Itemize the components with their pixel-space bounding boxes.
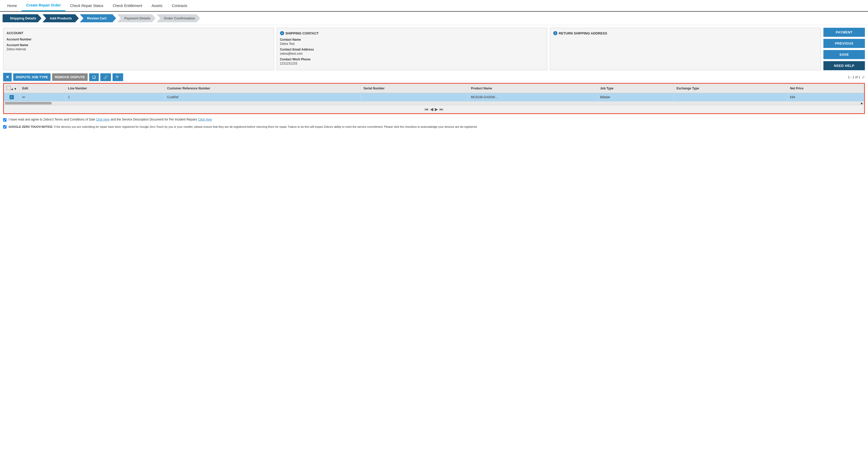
return-shipping-card: i RETURN SHIPPING ADDRESS bbox=[550, 28, 821, 70]
horizontal-scrollbar[interactable]: ▶ bbox=[4, 101, 864, 105]
row-product-name: MC9190-GA0SW... bbox=[468, 93, 597, 102]
shipping-contact-card: i SHIPPING CONTACT Contact Name Zebra Te… bbox=[277, 28, 548, 70]
steps-bar: Shipping Details Add Products Review Car… bbox=[0, 12, 868, 25]
nav-check-repair-status[interactable]: Check Repair Status bbox=[65, 1, 108, 11]
row-edit-cell[interactable]: ✏ bbox=[20, 93, 65, 102]
contact-name-label: Contact Name bbox=[280, 38, 544, 41]
contact-phone-value: 1231231233 bbox=[280, 62, 544, 65]
step-payment-details[interactable]: Payment Details bbox=[117, 14, 156, 22]
google-notice-text: GOOGLE ZERO TOUCH NOTICE: If the devices… bbox=[8, 125, 477, 129]
contact-name-value: Zebra Test bbox=[280, 42, 544, 45]
info-icon-return: i bbox=[553, 31, 557, 35]
col-checkbox: ▲▼ bbox=[4, 84, 20, 93]
remove-dispute-button[interactable]: REMOVE DISPUTE bbox=[52, 73, 87, 81]
row-serial-number bbox=[361, 93, 468, 102]
col-line-number: Line Number bbox=[65, 84, 164, 93]
col-exchange-type: Exchange Type bbox=[674, 84, 787, 93]
shipping-contact-title: i SHIPPING CONTACT bbox=[280, 31, 544, 35]
first-page-button[interactable]: ⏮ bbox=[425, 107, 429, 112]
contact-phone-label: Contact Work Phone bbox=[280, 58, 544, 61]
info-icon: i bbox=[280, 31, 284, 35]
close-button[interactable]: ✕ bbox=[3, 73, 12, 81]
step-add-products[interactable]: Add Products bbox=[42, 14, 79, 22]
step-order-confirmation[interactable]: Order Confirmation bbox=[157, 14, 200, 22]
table-row: ✓ ✏ 1 CustRef MC9190-GA0SW... Billable €… bbox=[4, 93, 864, 102]
save-button[interactable]: SAVE bbox=[824, 50, 865, 59]
col-customer-ref: Customer Reference Number bbox=[164, 84, 361, 93]
info-cards-row: ACCOUNT Account Number Account Name Zebr… bbox=[3, 28, 865, 70]
terms-link-2[interactable]: Click here bbox=[198, 118, 212, 121]
terms-row-1: I have read and agree to Zebra's Terms a… bbox=[3, 118, 865, 122]
prev-page-button[interactable]: ◀ bbox=[430, 107, 433, 112]
table-header-row: ▲▼ Edit Line Number Customer Reference N… bbox=[4, 84, 864, 93]
expand-icon[interactable]: ⤢ bbox=[862, 75, 865, 79]
account-name-value: Zebra Internal bbox=[6, 47, 271, 51]
terms-text-1: I have read and agree to Zebra's Terms a… bbox=[8, 118, 212, 121]
col-job-type: Job Type bbox=[597, 84, 674, 93]
dispute-job-type-button[interactable]: DISPUTE JOB TYPE bbox=[13, 73, 51, 81]
attach-icon: 🔗 bbox=[103, 75, 108, 79]
terms-checkbox-1[interactable] bbox=[3, 118, 6, 122]
need-help-button[interactable]: NEED HELP bbox=[824, 61, 865, 70]
nav-assets[interactable]: Assets bbox=[147, 1, 167, 11]
contact-email-value: zebra@test.com bbox=[280, 52, 544, 56]
pagination-text: 1 - 1 of 1 bbox=[848, 75, 860, 79]
terms-row-google: GOOGLE ZERO TOUCH NOTICE: If the devices… bbox=[3, 125, 865, 129]
nav-check-entitlement[interactable]: Check Entitlement bbox=[108, 1, 147, 11]
table-footer-pagination: ⏮ ◀ ▶ ⏭ bbox=[4, 105, 864, 113]
step-review-cart[interactable]: Review Cart bbox=[80, 14, 116, 22]
account-card: ACCOUNT Account Number Account Name Zebr… bbox=[3, 28, 274, 70]
search-button[interactable]: 🔍 bbox=[113, 73, 123, 81]
main-content: ACCOUNT Account Number Account Name Zebr… bbox=[0, 25, 868, 135]
nav-create-repair-order[interactable]: Create Repair Order bbox=[22, 0, 65, 11]
row-customer-ref: CustRef bbox=[164, 93, 361, 102]
data-table: ▲▼ Edit Line Number Customer Reference N… bbox=[4, 84, 864, 101]
row-checkbox-checked[interactable]: ✓ bbox=[9, 95, 14, 99]
search-icon: 🔍 bbox=[116, 75, 120, 79]
row-checkbox-cell[interactable]: ✓ bbox=[4, 93, 20, 102]
action-buttons-panel: PAYMENT PREVIOUS SAVE NEED HELP bbox=[824, 28, 865, 70]
col-net-price: Net Price bbox=[787, 84, 864, 93]
col-product-name: Product Name bbox=[468, 84, 597, 93]
next-page-button[interactable]: ▶ bbox=[435, 107, 438, 112]
copy-button[interactable]: ❏ bbox=[89, 73, 99, 81]
scrollbar-thumb[interactable] bbox=[5, 102, 52, 104]
col-serial-number: Serial Number bbox=[361, 84, 468, 93]
terms-link-1[interactable]: Click here bbox=[96, 118, 110, 121]
top-navigation: Home Create Repair Order Check Repair St… bbox=[0, 0, 868, 12]
row-net-price: €84 bbox=[787, 93, 864, 102]
nav-home[interactable]: Home bbox=[3, 1, 22, 11]
previous-button[interactable]: PREVIOUS bbox=[824, 39, 865, 48]
return-shipping-title: i RETURN SHIPPING ADDRESS bbox=[553, 31, 817, 35]
scroll-right-arrow[interactable]: ▶ bbox=[861, 102, 863, 105]
edit-icon[interactable]: ✏ bbox=[22, 95, 25, 99]
data-table-container: ▲▼ Edit Line Number Customer Reference N… bbox=[3, 83, 865, 114]
payment-button[interactable]: PAYMENT bbox=[824, 28, 865, 37]
row-job-type: Billable bbox=[597, 93, 674, 102]
col-edit: Edit bbox=[20, 84, 65, 93]
nav-contracts[interactable]: Contracts bbox=[167, 1, 192, 11]
account-name-label: Account Name bbox=[6, 43, 271, 47]
row-exchange-type bbox=[674, 93, 787, 102]
account-card-title: ACCOUNT bbox=[6, 31, 271, 35]
header-checkbox[interactable]: ▲▼ bbox=[6, 87, 17, 91]
copy-icon: ❏ bbox=[92, 75, 96, 79]
attach-button[interactable]: 🔗 bbox=[100, 73, 111, 81]
terms-section: I have read and agree to Zebra's Terms a… bbox=[3, 118, 865, 129]
contact-email-label: Contact Email Address bbox=[280, 48, 544, 51]
account-number-label: Account Number bbox=[6, 38, 271, 41]
google-notice-checkbox[interactable] bbox=[3, 125, 6, 129]
row-line-number: 1 bbox=[65, 93, 164, 102]
step-shipping-details[interactable]: Shipping Details bbox=[3, 14, 41, 22]
last-page-button[interactable]: ⏭ bbox=[439, 107, 443, 112]
table-toolbar: ✕ DISPUTE JOB TYPE REMOVE DISPUTE ❏ 🔗 🔍 … bbox=[3, 73, 865, 81]
